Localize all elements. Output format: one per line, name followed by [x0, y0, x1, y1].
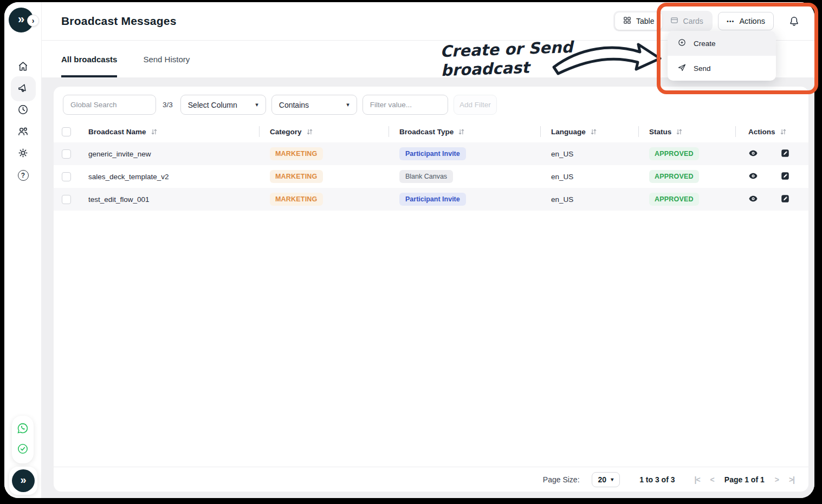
cards-icon: [670, 16, 679, 27]
category-badge: MARKETING: [270, 170, 323, 183]
language-cell: en_US: [540, 173, 638, 181]
status-badge: APPROVED: [649, 170, 699, 183]
column-header-actions[interactable]: Actions: [735, 121, 808, 142]
sort-icon[interactable]: [306, 128, 314, 136]
edit-icon[interactable]: [780, 148, 790, 160]
menu-item-create[interactable]: Create: [668, 31, 776, 56]
column-label: Status: [649, 128, 671, 136]
chevron-down-icon: ▾: [346, 101, 349, 108]
view-icon[interactable]: [748, 171, 758, 182]
table-row: sales_deck_template_v2 MARKETING Blank C…: [54, 165, 808, 188]
sort-icon[interactable]: [590, 128, 598, 136]
column-header-status[interactable]: Status: [638, 121, 735, 142]
table-footer: Page Size: 20 ▾ 1 to 3 of 3 |< < Page 1 …: [54, 467, 808, 492]
column-header-type[interactable]: Broadcast Type: [389, 121, 540, 142]
sort-icon[interactable]: [675, 128, 683, 136]
table-header: Broadcast Name Category Broadcast Type L…: [54, 121, 808, 142]
category-badge: MARKETING: [270, 147, 323, 160]
notifications-bell-icon[interactable]: [788, 15, 800, 28]
whatsapp-icon[interactable]: [16, 422, 29, 437]
language-cell: en_US: [540, 150, 638, 158]
column-header-language[interactable]: Language: [540, 121, 638, 142]
select-column-dropdown[interactable]: Select Column ▾: [180, 95, 266, 115]
last-page-icon[interactable]: >|: [789, 475, 794, 484]
column-label: Actions: [748, 128, 775, 136]
sort-icon[interactable]: [150, 128, 158, 136]
page-title: Broadcast Messages: [61, 15, 177, 28]
status-badge: APPROVED: [649, 193, 699, 206]
brand-logo: » ›: [9, 8, 41, 34]
language-cell: en_US: [540, 195, 638, 204]
tab-send-history-label: Send History: [143, 55, 190, 64]
column-header-name[interactable]: Broadcast Name: [80, 121, 259, 142]
row-checkbox[interactable]: [62, 195, 71, 204]
page-size-select[interactable]: 20 ▾: [592, 472, 620, 487]
result-count: 3/3: [163, 101, 173, 109]
global-search-input[interactable]: [63, 95, 156, 115]
sidebar-item-home[interactable]: [11, 56, 36, 78]
ellipsis-icon: •••: [727, 18, 735, 24]
page-indicator: Page 1 of 1: [724, 475, 765, 484]
add-filter-button[interactable]: Add Filter: [454, 95, 497, 115]
edit-icon[interactable]: [780, 194, 790, 205]
home-icon: [17, 60, 29, 75]
column-header-category[interactable]: Category: [259, 121, 389, 142]
broadcasts-card: 3/3 Select Column ▾ Contains ▾ Add Filte…: [54, 87, 808, 492]
bottom-brand-logo: »: [9, 467, 37, 495]
view-icon[interactable]: [748, 148, 758, 160]
actions-button[interactable]: ••• Actions: [718, 12, 774, 30]
actions-dropdown-menu: Create Send: [668, 31, 776, 81]
category-badge: MARKETING: [270, 193, 323, 206]
view-toggle: Table Cards: [613, 11, 713, 31]
header-controls: Table Cards ••• Actions: [613, 11, 804, 31]
sidebar-nav: ?: [4, 56, 42, 186]
column-label: Broadcast Name: [88, 128, 146, 136]
annotation-arrow: [552, 40, 663, 83]
sidebar-item-contacts[interactable]: [11, 121, 36, 143]
sidebar-item-broadcast[interactable]: [11, 76, 36, 101]
cards-view-button[interactable]: Cards: [662, 12, 711, 30]
chevron-right-icon: ›: [32, 17, 35, 24]
sidebar-item-history[interactable]: [11, 100, 36, 121]
row-checkbox[interactable]: [62, 172, 71, 181]
tab-all-broadcasts[interactable]: All broadcasts: [61, 41, 117, 77]
help-icon: ?: [18, 170, 29, 181]
sort-icon[interactable]: [779, 128, 787, 136]
edit-icon[interactable]: [780, 171, 790, 182]
check-circle-icon[interactable]: [16, 442, 29, 457]
sidebar-item-settings[interactable]: [11, 143, 36, 165]
sidebar-expand-button[interactable]: ›: [27, 15, 39, 27]
prev-page-icon[interactable]: <: [710, 475, 714, 484]
table-view-label: Table: [636, 17, 654, 25]
next-page-icon[interactable]: >: [775, 475, 779, 484]
operator-label: Contains: [279, 101, 309, 109]
content-area: 3/3 Select Column ▾ Contains ▾ Add Filte…: [42, 77, 814, 498]
chevron-down-icon: ▾: [255, 101, 258, 108]
table-view-button[interactable]: Table: [615, 12, 662, 30]
cards-view-label: Cards: [683, 17, 703, 25]
broadcast-name-cell: generic_invite_new: [80, 150, 259, 158]
operator-dropdown[interactable]: Contains ▾: [271, 95, 357, 115]
broadcast-type-chip: Participant Invite: [399, 147, 466, 160]
sidebar: » ›: [4, 2, 42, 498]
grid-icon: [623, 16, 632, 27]
broadcast-name-cell: test_edit_flow_001: [80, 195, 259, 204]
table-row: generic_invite_new MARKETING Participant…: [54, 142, 808, 165]
tab-all-broadcasts-label: All broadcasts: [61, 55, 117, 64]
channel-status-widget: [12, 416, 34, 463]
send-icon: [677, 63, 687, 74]
clock-icon: [17, 103, 29, 118]
first-page-icon[interactable]: |<: [695, 475, 700, 484]
sort-icon[interactable]: [457, 128, 465, 136]
view-icon[interactable]: [748, 194, 758, 205]
filter-value-input[interactable]: [363, 95, 448, 115]
create-icon: [677, 38, 687, 49]
sidebar-item-help[interactable]: ?: [11, 165, 36, 186]
menu-item-send[interactable]: Send: [668, 56, 776, 81]
actions-button-label: Actions: [739, 17, 765, 25]
column-label: Category: [270, 128, 302, 136]
tab-send-history[interactable]: Send History: [143, 41, 190, 77]
row-checkbox[interactable]: [62, 149, 71, 159]
column-label: Broadcast Type: [399, 128, 454, 136]
select-all-checkbox[interactable]: [62, 127, 71, 136]
